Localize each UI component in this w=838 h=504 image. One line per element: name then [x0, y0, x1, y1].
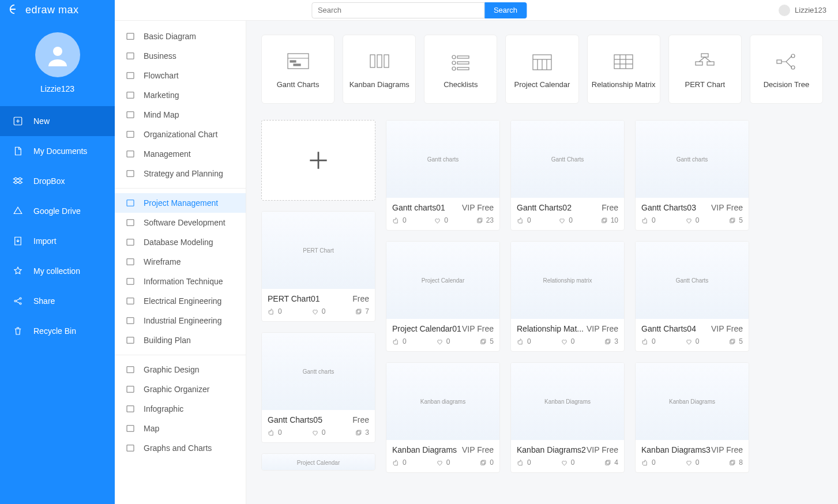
sidebar-item-dropbox[interactable]: DropBox	[0, 166, 115, 196]
type-card-pert-chart[interactable]: PERT Chart	[668, 35, 742, 104]
svg-rect-74	[482, 460, 486, 464]
svg-rect-66	[731, 218, 735, 222]
type-card-decision-tree[interactable]: Decision Tree	[750, 35, 823, 104]
user-menu[interactable]: Lizzie123	[779, 5, 826, 16]
category-item-industrial-engineering[interactable]: Industrial Engineering	[115, 311, 246, 330]
svg-rect-62	[478, 218, 482, 222]
sidebar-item-recycle-bin[interactable]: Recycle Bin	[0, 316, 115, 346]
template-card[interactable]: Kanban DiagramsKanban Diagrams3VIP Free0…	[635, 362, 749, 473]
template-card[interactable]: Kanban DiagramsKanban Diagrams2VIP Free0…	[510, 362, 625, 473]
copy-count[interactable]: 7	[355, 307, 369, 315]
svg-rect-70	[607, 339, 611, 343]
type-card-kanban-diagrams[interactable]: Kanban Diagrams	[343, 35, 416, 104]
template-card[interactable]: Kanban diagramsKanban DiagramsVIP Free00…	[386, 362, 500, 473]
search-button[interactable]: Search	[484, 2, 527, 18]
sidebar-item-import[interactable]: Import	[0, 226, 115, 256]
like-count[interactable]: 0	[641, 216, 656, 224]
template-card[interactable]: Gantt chartsGantt Charts05Free003	[261, 332, 375, 443]
copy-count[interactable]: 8	[728, 458, 743, 467]
category-item-software-development[interactable]: Software Development	[115, 213, 246, 232]
template-card[interactable]: Project CalendarProject Calendar01VIP Fr…	[386, 241, 500, 352]
infographic-icon	[125, 404, 136, 414]
copy-count[interactable]: 5	[728, 337, 743, 345]
template-badge: Free	[602, 203, 618, 212]
gear-icon	[125, 149, 136, 159]
category-label: Organizational Chart	[144, 130, 217, 139]
template-card[interactable]: Project Calendar	[261, 453, 375, 471]
like-count[interactable]: 0	[641, 458, 656, 467]
category-item-database-modeling[interactable]: Database Modeling	[115, 232, 246, 252]
copy-count[interactable]: 23	[476, 216, 494, 224]
favorite-count[interactable]: 0	[561, 458, 575, 467]
search-input[interactable]	[311, 2, 484, 18]
category-item-management[interactable]: Management	[115, 144, 246, 164]
like-count[interactable]: 0	[268, 307, 282, 315]
like-count[interactable]: 0	[392, 216, 407, 224]
like-count[interactable]: 0	[517, 337, 531, 345]
template-card[interactable]: Gantt chartsGantt charts01VIP Free0023	[386, 120, 500, 231]
template-card[interactable]: Gantt ChartsGantt Charts04VIP Free005	[635, 241, 749, 352]
logo[interactable]: edraw max	[0, 0, 115, 21]
favorite-count[interactable]: 0	[436, 337, 450, 345]
category-item-business[interactable]: Business	[115, 46, 246, 66]
category-item-building-plan[interactable]: Building Plan	[115, 330, 246, 350]
type-card-relationship-matrix[interactable]: Relationship Matrix	[587, 35, 660, 104]
category-item-map[interactable]: Map	[115, 419, 246, 438]
category-item-electrical-engineering[interactable]: Electrical Engineering	[115, 291, 246, 311]
category-item-wireframe[interactable]: Wireframe	[115, 252, 246, 272]
type-card-project-calendar[interactable]: Project Calendar	[505, 35, 578, 104]
sidebar-item-my-documents[interactable]: My Documents	[0, 136, 115, 166]
category-item-basic-diagram[interactable]: Basic Diagram	[115, 27, 246, 46]
favorite-count[interactable]: 0	[311, 428, 326, 437]
category-item-graphic-organizer[interactable]: Graphic Organizer	[115, 379, 246, 399]
type-card-gantt-charts[interactable]: Gantt Charts	[261, 35, 335, 104]
sidebar-item-google-drive[interactable]: Google Drive	[0, 196, 115, 226]
like-count[interactable]: 0	[268, 428, 282, 437]
category-item-infographic[interactable]: Infographic	[115, 399, 246, 419]
copy-count[interactable]: 10	[600, 216, 618, 224]
avatar-large[interactable]	[35, 32, 80, 77]
category-item-graphic-design[interactable]: Graphic Design	[115, 360, 246, 379]
like-count[interactable]: 0	[517, 458, 531, 467]
type-card-checklists[interactable]: Checklists	[424, 35, 497, 104]
copy-count[interactable]: 3	[604, 337, 618, 345]
category-item-graphs-and-charts[interactable]: Graphs and Charts	[115, 438, 246, 458]
category-item-information-technique[interactable]: Information Technique	[115, 272, 246, 291]
category-item-marketing[interactable]: Marketing	[115, 85, 246, 105]
database-icon	[125, 237, 136, 247]
like-count[interactable]: 0	[641, 337, 656, 345]
favorite-count[interactable]: 0	[434, 216, 448, 224]
copy-count[interactable]: 5	[728, 216, 743, 224]
copy-count[interactable]: 0	[479, 458, 494, 467]
favorite-count[interactable]: 0	[561, 337, 575, 345]
favorite-count[interactable]: 0	[436, 458, 450, 467]
favorite-count[interactable]: 0	[685, 337, 700, 345]
favorite-count[interactable]: 0	[685, 216, 700, 224]
template-card[interactable]: PERT ChartPERT Chart01Free007	[261, 211, 375, 322]
template-card[interactable]: Relationship matrixRelationship Mat...VI…	[510, 241, 625, 352]
category-label: Database Modeling	[144, 238, 213, 247]
category-item-mind-map[interactable]: Mind Map	[115, 105, 246, 125]
dropbox-icon	[13, 176, 23, 186]
copy-count[interactable]: 3	[355, 428, 369, 437]
sidebar-item-share[interactable]: Share	[0, 286, 115, 316]
copy-count[interactable]: 4	[604, 458, 618, 467]
category-item-organizational-chart[interactable]: Organizational Chart	[115, 125, 246, 144]
category-item-project-management[interactable]: Project Management	[115, 193, 246, 213]
favorite-count[interactable]: 0	[685, 458, 700, 467]
like-count[interactable]: 0	[392, 337, 407, 345]
sidebar-item-label: Share	[33, 296, 55, 306]
sidebar-item-my-collection[interactable]: My collection	[0, 256, 115, 286]
favorite-count[interactable]: 0	[311, 307, 326, 315]
sidebar-item-new[interactable]: New	[0, 106, 115, 136]
category-label: Map	[144, 424, 159, 433]
new-template-card[interactable]	[261, 120, 375, 201]
category-item-strategy-and-planning[interactable]: Strategy and Planning	[115, 164, 246, 183]
template-card[interactable]: Gantt chartsGantt Charts03VIP Free005	[635, 120, 749, 231]
copy-count[interactable]: 5	[479, 337, 494, 345]
favorite-count[interactable]: 0	[558, 216, 573, 224]
like-count[interactable]: 0	[517, 216, 531, 224]
like-count[interactable]: 0	[392, 458, 407, 467]
category-item-flowchart[interactable]: Flowchart	[115, 66, 246, 85]
template-card[interactable]: Gantt ChartsGantt Charts02Free0010	[510, 120, 625, 231]
